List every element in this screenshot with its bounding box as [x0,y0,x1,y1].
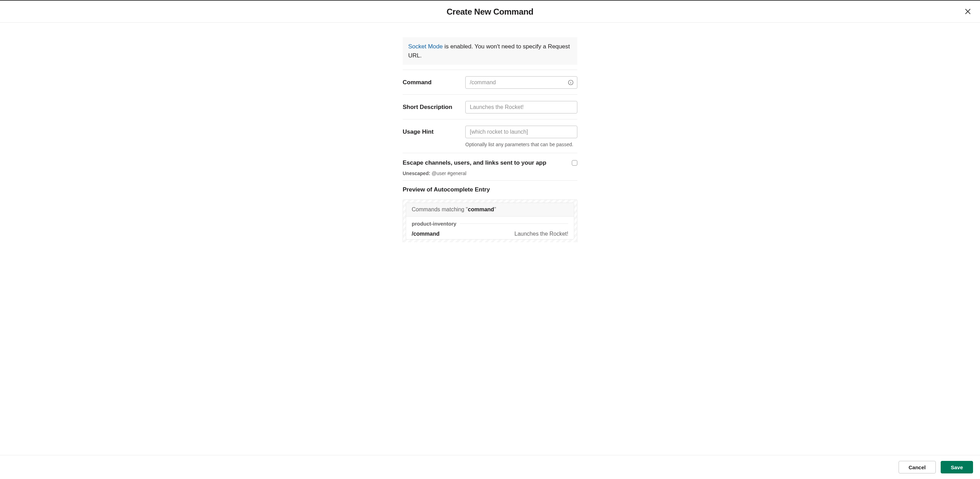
preview-group-label: product-inventory [412,221,568,227]
usage-hint-help: Optionally list any parameters that can … [465,142,578,147]
escape-checkbox[interactable] [572,160,578,166]
short-description-label: Short Description [402,101,465,111]
command-label: Command [402,76,465,86]
socket-mode-link[interactable]: Socket Mode [408,43,443,50]
preview-group-label-text: product-inventory [412,221,456,227]
modal-content: Socket Mode is enabled. You won't need t… [402,37,578,242]
short-description-row: Short Description [402,94,578,119]
preview-item-description: Launches the Rocket! [514,231,568,237]
close-icon [964,8,972,15]
preview-title: Preview of Autocomplete Entry [402,186,578,193]
close-button[interactable] [963,6,973,17]
preview-head: Commands matching "command" [406,203,574,216]
preview-body: product-inventory /command Launches the … [406,216,574,239]
socket-mode-notice: Socket Mode is enabled. You won't need t… [402,37,578,65]
preview-section: Preview of Autocomplete Entry Commands m… [402,180,578,242]
cancel-button[interactable]: Cancel [899,461,936,473]
escape-sub-value: @user #general [431,170,466,176]
usage-hint-input[interactable] [465,126,578,138]
escape-row: Escape channels, users, and links sent t… [402,153,578,180]
svg-point-4 [570,81,571,81]
preview-outer: Commands matching "command" product-inve… [402,199,578,242]
modal-title: Create New Command [0,7,980,17]
command-row: Command [402,70,578,94]
preview-head-match: command [468,207,494,212]
escape-label: Escape channels, users, and links sent t… [402,159,546,166]
modal-footer: Cancel Save [0,455,980,479]
preview-head-suffix: " [494,207,496,212]
preview-box: Commands matching "command" product-inve… [406,203,574,240]
save-button[interactable]: Save [941,461,973,473]
preview-item: /command Launches the Rocket! [412,227,568,237]
info-icon [568,80,574,86]
escape-sub-label: Unescaped: [402,170,430,176]
usage-hint-row: Usage Hint Optionally list any parameter… [402,119,578,153]
escape-subtext: Unescaped: @user #general [402,170,578,176]
short-description-input[interactable] [465,101,578,113]
preview-head-prefix: Commands matching " [412,207,468,212]
command-info-button[interactable] [568,80,574,86]
usage-hint-label: Usage Hint [402,126,465,135]
modal-header: Create New Command [0,1,980,22]
preview-item-command: /command [412,231,439,237]
command-input[interactable] [465,76,578,89]
